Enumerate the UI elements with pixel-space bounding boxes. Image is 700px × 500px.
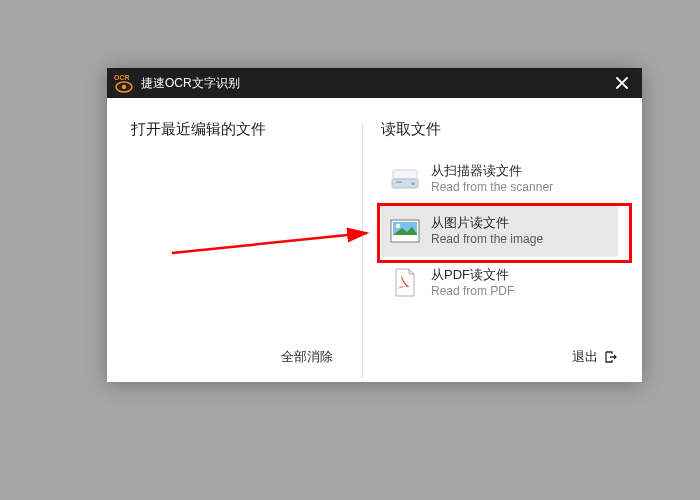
svg-text:OCR: OCR xyxy=(114,74,130,81)
pdf-icon xyxy=(389,267,421,299)
titlebar-title: 捷速OCR文字识别 xyxy=(141,75,608,92)
close-icon xyxy=(616,77,628,89)
dialog: OCR 捷速OCR文字识别 打开最近编辑的文件 全部消除 读取文件 xyxy=(107,68,642,382)
exit-button[interactable]: 退出 xyxy=(572,348,598,366)
svg-point-2 xyxy=(122,85,127,90)
option-title: 从扫描器读文件 xyxy=(431,163,553,179)
recent-files-header: 打开最近编辑的文件 xyxy=(131,120,333,139)
exit-icon xyxy=(604,350,618,364)
titlebar: OCR 捷速OCR文字识别 xyxy=(107,68,642,98)
option-subtitle: Read from the image xyxy=(431,232,543,247)
option-pdf[interactable]: 从PDF读文件 Read from PDF xyxy=(381,257,618,309)
svg-point-6 xyxy=(411,182,414,185)
recent-files-panel: 打开最近编辑的文件 全部消除 xyxy=(107,98,357,382)
svg-rect-5 xyxy=(396,182,402,184)
option-title: 从图片读文件 xyxy=(431,215,543,231)
option-scanner[interactable]: 从扫描器读文件 Read from the scanner xyxy=(381,153,618,205)
svg-point-9 xyxy=(396,224,400,228)
image-icon xyxy=(389,215,421,247)
app-logo: OCR xyxy=(113,72,135,94)
close-button[interactable] xyxy=(608,69,636,97)
read-file-panel: 读取文件 从扫描器读文件 Read from the scanner xyxy=(357,98,642,382)
svg-rect-3 xyxy=(393,170,417,179)
option-image[interactable]: 从图片读文件 Read from the image xyxy=(381,205,618,257)
read-file-header: 读取文件 xyxy=(381,120,618,139)
clear-all-button[interactable]: 全部消除 xyxy=(281,348,333,366)
option-title: 从PDF读文件 xyxy=(431,267,514,283)
option-subtitle: Read from the scanner xyxy=(431,180,553,195)
option-subtitle: Read from PDF xyxy=(431,284,514,299)
scanner-icon xyxy=(389,163,421,195)
